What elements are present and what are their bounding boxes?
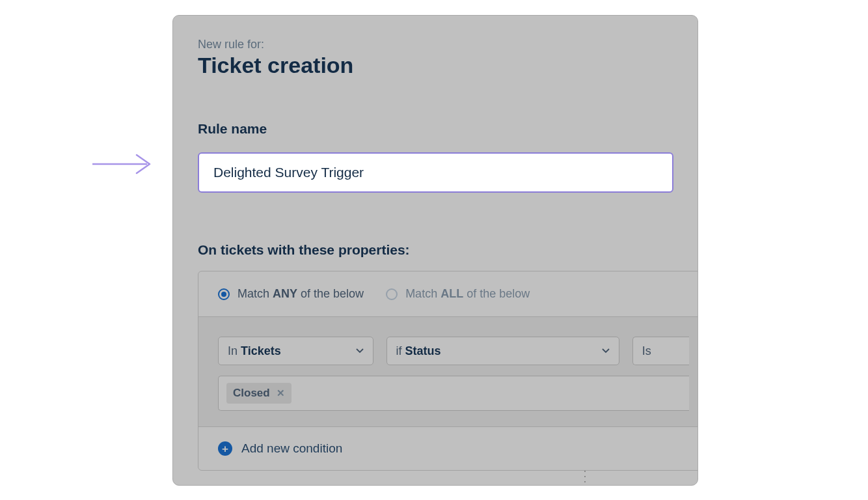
panel-title: Ticket creation	[198, 53, 698, 78]
operator-dropdown[interactable]: Is	[632, 337, 689, 365]
condition-row: In Tickets if Status Is	[198, 317, 698, 376]
match-all-label: Match ALL of the below	[405, 287, 530, 301]
add-condition-button[interactable]: + Add new condition	[198, 427, 698, 470]
field-dropdown[interactable]: if Status	[387, 337, 619, 365]
resize-handle-icon	[584, 471, 588, 482]
radio-icon	[386, 288, 398, 300]
properties-section-label: On tickets with these properties:	[198, 242, 698, 258]
radio-icon	[218, 288, 230, 300]
rule-name-label: Rule name	[198, 121, 698, 137]
match-any-label: Match ANY of the below	[237, 287, 364, 301]
chevron-down-icon	[356, 348, 364, 354]
plus-circle-icon: +	[218, 441, 232, 456]
rule-editor-panel: New rule for: Ticket creation Rule name …	[172, 15, 698, 486]
condition-value-input[interactable]: Closed ✕	[218, 376, 689, 411]
condition-values-row: Closed ✕	[198, 376, 698, 427]
match-any-radio[interactable]: Match ANY of the below	[218, 287, 364, 301]
match-all-radio[interactable]: Match ALL of the below	[386, 287, 530, 301]
chevron-down-icon	[602, 348, 610, 354]
value-chip: Closed ✕	[226, 383, 292, 404]
add-condition-label: Add new condition	[241, 441, 342, 456]
chip-remove-icon[interactable]: ✕	[277, 387, 285, 399]
panel-subtitle: New rule for:	[198, 38, 698, 51]
match-mode-row: Match ANY of the below Match ALL of the …	[198, 271, 698, 317]
rule-name-input[interactable]	[198, 152, 673, 193]
chip-label: Closed	[233, 387, 270, 400]
conditions-container: Match ANY of the below Match ALL of the …	[198, 271, 698, 471]
scope-dropdown[interactable]: In Tickets	[218, 337, 373, 365]
callout-arrow	[91, 151, 156, 177]
